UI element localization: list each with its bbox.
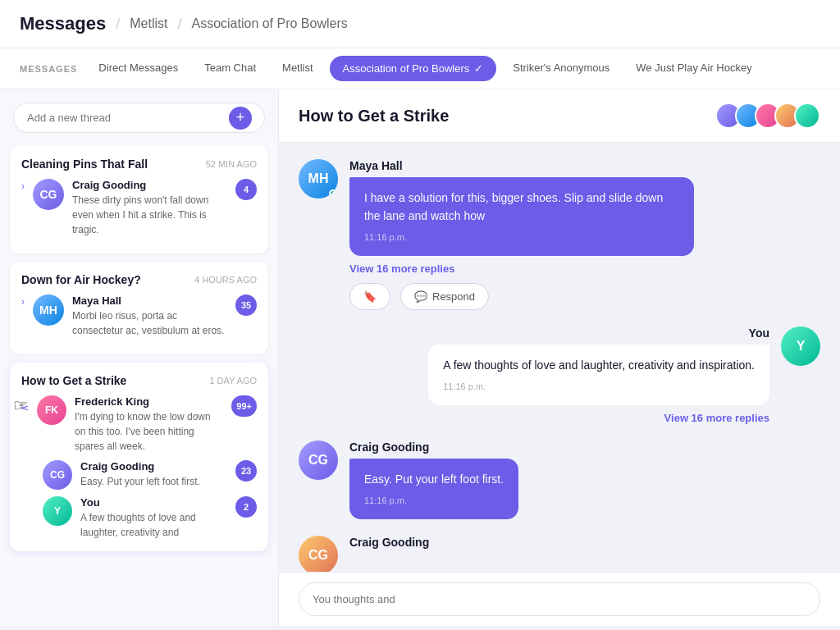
thread-author-2: Maya Hall <box>72 294 227 307</box>
thread-title-2: Down for Air Hockey? <box>21 273 141 286</box>
sub-content-fred: Frederick King I'm dying to know the low… <box>75 395 223 454</box>
stack-av-5 <box>794 103 820 129</box>
tab-assoc[interactable]: Association of Pro Bowlers ✓ <box>330 56 497 81</box>
thread-title-3: How to Get a Strike <box>21 374 126 387</box>
msg-sender-craig: Craig Gooding <box>349 441 518 454</box>
tab-strikers[interactable]: Striker's Anonymous <box>501 48 621 89</box>
sub-thread-craig: CG Craig Gooding Easy. Put your left foo… <box>21 460 257 490</box>
msg-content-maya: Maya Hall I have a solution for this, bi… <box>349 159 694 310</box>
thread-preview-2: Morbi leo risus, porta ac consectetur ac… <box>72 308 227 338</box>
search-wrap: + <box>13 103 265 133</box>
msg-avatar-you: Y <box>781 326 820 366</box>
tab-hockey[interactable]: We Just Play Air Hockey <box>624 48 763 89</box>
sub-badge-you: 2 <box>235 496 257 518</box>
chat-title: How to Get a Strike <box>299 107 449 126</box>
view-replies-maya[interactable]: View 16 more replies <box>349 262 694 275</box>
online-indicator <box>329 189 337 198</box>
thread-badge-2: 35 <box>235 294 257 316</box>
thread-card-air-hockey[interactable]: Down for Air Hockey? 4 HOURS AGO › MH Ma… <box>10 262 268 354</box>
msg-avatar-craig: CG <box>299 441 338 480</box>
sub-thread-fred: ∨ FK Frederick King I'm dying to know th… <box>21 395 257 454</box>
sub-thread-you: Y You A few thoughts of love and laughte… <box>21 496 257 540</box>
view-replies-you[interactable]: View 16 more replies <box>428 412 769 424</box>
thread-list: Cleaning Pins That Fall 52 MIN AGO › CG … <box>0 146 278 626</box>
msg-sender-craig2: Craig Gooding <box>349 536 429 549</box>
msg-time-maya: 11:16 p.m. <box>364 226 679 245</box>
msg-group-you: Y You A few thoughts of love and laughte… <box>299 326 820 424</box>
thread-card-strike[interactable]: How to Get a Strike 1 DAY AGO ☞ ∨ FK Fre… <box>10 363 268 551</box>
chat-input[interactable] <box>299 582 820 616</box>
msg-time-craig: 11:16 p.m. <box>364 489 504 509</box>
msg-content-craig2: Craig Gooding <box>349 536 429 554</box>
avatar-maya-2: MH <box>33 294 64 326</box>
thread-header-1: Cleaning Pins That Fall 52 MIN AGO <box>21 158 257 171</box>
msg-bubble-craig: Easy. Put your left foot first. 11:16 p.… <box>349 459 518 519</box>
tab-team-chat[interactable]: Team Chat <box>193 48 267 89</box>
thread-author-1: Craig Gooding <box>72 179 227 191</box>
chat-input-area <box>279 572 840 626</box>
avatar-fred: FK <box>37 395 66 425</box>
tab-metlist[interactable]: Metlist <box>271 48 325 89</box>
add-thread-button[interactable]: + <box>229 107 252 130</box>
thread-content-2: Maya Hall Morbi leo risus, porta ac cons… <box>72 294 227 338</box>
msg-time-you: 11:16 p.m. <box>443 380 755 395</box>
msg-avatar-maya: MH <box>299 159 338 199</box>
messages-list: MH Maya Hall I have a solution for this,… <box>279 143 840 572</box>
thread-time-3: 1 DAY AGO <box>209 376 257 386</box>
msg-sender-maya: Maya Hall <box>349 159 694 172</box>
sub-preview-fred: I'm dying to know the low down on this t… <box>75 409 223 454</box>
sub-author-craig: Craig Gooding <box>80 460 227 472</box>
sub-content-you: You A few thoughts of love and laughter,… <box>80 496 227 540</box>
breadcrumb-sep-2: / <box>177 16 181 33</box>
msg-text-you: A few thoughts of love and laughter, cre… <box>443 358 755 372</box>
breadcrumb-assoc[interactable]: Association of Pro Bowlers <box>191 16 347 31</box>
thread-expand-2[interactable]: › <box>21 296 25 308</box>
msg-content-craig: Craig Gooding Easy. Put your left foot f… <box>349 441 518 519</box>
respond-icon: 💬 <box>414 290 427 303</box>
thread-search-input[interactable] <box>13 103 265 133</box>
bookmark-icon: 🔖 <box>363 290 377 303</box>
sub-author-you: You <box>80 496 227 509</box>
thread-time-2: 4 HOURS AGO <box>194 275 257 285</box>
breadcrumb-sep-1: / <box>116 16 120 33</box>
sub-preview-craig: Easy. Put your left foot first. <box>80 474 227 489</box>
avatar-stack <box>715 103 820 129</box>
sub-content-craig: Craig Gooding Easy. Put your left foot f… <box>80 460 227 489</box>
chat-panel: How to Get a Strike MH Maya Hall <box>279 89 840 626</box>
thread-time-1: 52 MIN AGO <box>206 159 257 169</box>
respond-label: Respond <box>432 290 475 303</box>
thread-header-2: Down for Air Hockey? 4 HOURS AGO <box>21 273 257 286</box>
msg-text-craig: Easy. Put your left foot first. <box>364 472 504 486</box>
sub-badge-fred: 99+ <box>231 395 257 417</box>
msg-avatar-craig2: CG <box>299 536 338 572</box>
msg-content-you: You A few thoughts of love and laughter,… <box>428 326 769 424</box>
msg-group-craig: CG Craig Gooding Easy. Put your left foo… <box>299 441 820 519</box>
app-title: Messages <box>20 13 106 34</box>
respond-button[interactable]: 💬 Respond <box>400 283 489 310</box>
breadcrumb-metlist[interactable]: Metlist <box>130 16 167 31</box>
sidebar: + Cleaning Pins That Fall 52 MIN AGO › C… <box>0 89 279 626</box>
tab-bar: MESSAGES Direct Messages Team Chat Metli… <box>0 48 840 89</box>
msg-bubble-maya: I have a solution for this, bigger shoes… <box>349 177 694 256</box>
thread-title-1: Cleaning Pins That Fall <box>21 158 148 171</box>
avatar-you-3: Y <box>43 496 72 526</box>
thread-content-1: Craig Gooding These dirty pins won't fal… <box>72 179 227 237</box>
main-layout: + Cleaning Pins That Fall 52 MIN AGO › C… <box>0 89 840 626</box>
thread-card-cleaning-pins[interactable]: Cleaning Pins That Fall 52 MIN AGO › CG … <box>10 146 268 253</box>
msg-actions-maya: 🔖 💬 Respond <box>349 283 694 310</box>
msg-group-maya: MH Maya Hall I have a solution for this,… <box>299 159 820 310</box>
check-icon: ✓ <box>474 62 483 75</box>
tab-bar-label: MESSAGES <box>20 49 77 89</box>
bookmark-button[interactable]: 🔖 <box>349 283 390 310</box>
msg-text-maya: I have a solution for this, bigger shoes… <box>364 191 663 222</box>
thread-expand-1[interactable]: › <box>21 180 25 192</box>
app-header: Messages / Metlist / Association of Pro … <box>0 0 840 48</box>
msg-group-craig2: CG Craig Gooding <box>299 536 820 572</box>
thread-row-1: › CG Craig Gooding These dirty pins won'… <box>21 179 257 237</box>
thread-expand-3[interactable]: ∨ <box>20 404 31 412</box>
msg-bubble-you: A few thoughts of love and laughter, cre… <box>428 345 769 405</box>
sub-threads-3: ∨ FK Frederick King I'm dying to know th… <box>21 395 257 540</box>
tab-direct-messages[interactable]: Direct Messages <box>87 48 189 89</box>
sub-badge-craig: 23 <box>235 460 257 482</box>
avatar-craig-1: CG <box>33 179 64 210</box>
